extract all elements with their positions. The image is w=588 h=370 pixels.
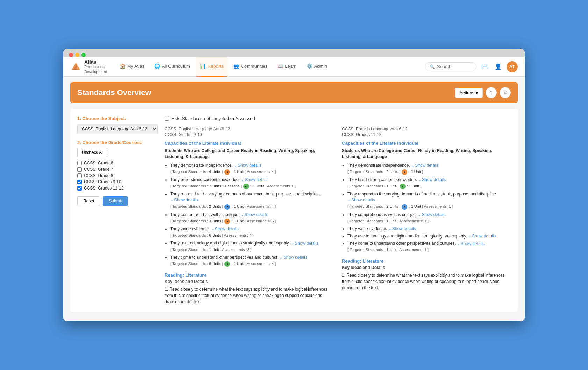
user-icon-btn[interactable]: 👤	[493, 62, 503, 72]
tag-blue-icon: ●	[224, 204, 230, 210]
nav-item-learn[interactable]: 📖 Learn	[273, 57, 301, 77]
col2-standards: CCSS: English Language Arts 6-12	[342, 127, 511, 131]
targeted-info: [ Targeted Standards : 1 Unit | ● : 1 Un…	[347, 184, 511, 189]
checkbox-grade-9-10[interactable]: CCSS: Grades 9-10	[77, 179, 158, 184]
list-item: They come to understand other perspectiv…	[347, 241, 511, 252]
col1-section-title[interactable]: Capacities of the Literate Individual	[165, 141, 334, 146]
sidebar-section-title-grades: 2. Choose the Grade/Courses:	[77, 140, 158, 145]
show-details-link[interactable]: Show details	[418, 212, 445, 218]
checkbox-grade-7[interactable]: CCSS: Grade 7	[77, 167, 158, 172]
actions-button[interactable]: Actions ▾	[455, 88, 483, 98]
show-details-link[interactable]: Show details	[411, 163, 439, 169]
show-details-link[interactable]: Show details	[280, 255, 307, 261]
logo-brand: Atlas	[84, 59, 107, 65]
logo-area: Atlas Professional Development	[70, 59, 107, 74]
show-details-link[interactable]: Show details	[241, 177, 268, 183]
close-button[interactable]: ✕	[500, 87, 511, 98]
show-details-link[interactable]: Show details	[211, 226, 239, 232]
col1-standards-list: They demonstrate independence. Show deta…	[165, 163, 334, 267]
list-item: They value evidence. Show details [ Targ…	[170, 226, 334, 238]
targeted-info: [ Targeted Standards : 3 Units | ● : 1 U…	[170, 219, 334, 224]
list-item: They come to understand other perspectiv…	[170, 255, 334, 267]
targeted-info: [ Targeted Standards : 2 Units | ● : 1 U…	[347, 204, 511, 209]
reset-button[interactable]: Reset	[77, 196, 100, 206]
checkbox-grade-8[interactable]: CCSS: Grade 8	[77, 173, 158, 178]
subject-select[interactable]: CCSS: English Language Arts 6-12	[77, 124, 158, 134]
col1-reading-text: 1. Read closely to determine what the te…	[165, 286, 334, 305]
nav-item-admin[interactable]: ⚙️ Admin	[302, 57, 331, 77]
col1-reading-title[interactable]: Reading: Literature	[165, 272, 334, 278]
content-area: Hide Standards not Targeted or Assessed …	[165, 116, 511, 305]
learn-icon: 📖	[277, 63, 283, 69]
tag-green-icon: ●	[224, 261, 230, 267]
traffic-light-green[interactable]	[81, 53, 86, 57]
traffic-light-red[interactable]	[69, 53, 73, 57]
checkbox-grade-11-12-input[interactable]	[77, 186, 82, 191]
reports-icon: 📊	[200, 63, 206, 69]
list-item: They respond to the varying demands of a…	[170, 191, 334, 209]
targeted-info: [ Targeted Standards : 1 Unit | Assessme…	[347, 247, 511, 252]
nav-right: 🔍 ✉️ 👤 AT	[425, 61, 518, 72]
checkbox-grade-6[interactable]: CCSS: Grade 6	[77, 161, 158, 165]
logo-subtitle: Professional Development	[84, 65, 107, 74]
show-details-link[interactable]: Show details	[347, 197, 375, 203]
checkbox-grade-7-input[interactable]	[77, 167, 82, 172]
navbar: Atlas Professional Development 🏠 My Atla…	[63, 57, 525, 77]
tag-orange-icon: ●	[224, 169, 230, 175]
checkbox-list: CCSS: Grade 6 CCSS: Grade 7 CCSS: Grade …	[77, 161, 158, 191]
nav-item-all-curriculum[interactable]: 🌐 All Curriculum	[150, 57, 194, 77]
show-details-link[interactable]: Show details	[241, 212, 268, 218]
checkbox-grade-11-12[interactable]: CCSS: Grades 11-12	[77, 186, 158, 191]
col2-section-title[interactable]: Capacities of the Literate Individual	[342, 141, 511, 146]
sidebar-buttons: Reset Submit	[77, 196, 158, 206]
col1-reading-subtitle: Key Ideas and Details	[165, 279, 334, 284]
home-icon: 🏠	[120, 63, 126, 69]
hide-standards-checkbox[interactable]	[165, 116, 169, 121]
show-details-link[interactable]: Show details	[468, 233, 496, 239]
help-button[interactable]: ?	[486, 87, 497, 98]
page-title: Standards Overview	[77, 88, 151, 97]
admin-icon: ⚙️	[307, 63, 313, 69]
checkbox-grade-6-input[interactable]	[77, 161, 82, 165]
list-item: They build strong content knowledge. Sho…	[170, 177, 334, 189]
search-input[interactable]	[437, 64, 472, 69]
col2-reading-text: 1. Read closely to determine what the te…	[342, 272, 511, 291]
column-2: CCSS: English Language Arts 6-12 CCSS: G…	[342, 127, 511, 305]
avatar[interactable]: AT	[507, 61, 518, 72]
atlas-logo-icon	[70, 61, 81, 72]
targeted-info: [ Targeted Standards : 1 Unit | Assessme…	[170, 247, 334, 252]
show-details-link[interactable]: Show details	[234, 163, 261, 169]
hide-standards-label: Hide Standards not Targeted or Assessed	[171, 116, 255, 121]
checkbox-grade-8-input[interactable]	[77, 173, 82, 178]
search-box[interactable]: 🔍	[425, 62, 476, 71]
targeted-info: [ Targeted Standards : 7 Units 2 Lessons…	[170, 184, 334, 189]
traffic-light-yellow[interactable]	[75, 53, 79, 57]
page-header: Standards Overview Actions ▾ ? ✕	[70, 82, 518, 103]
uncheck-all-button[interactable]: Uncheck All	[77, 148, 108, 157]
col2-section-subtitle: Students Who are College and Career Read…	[342, 148, 511, 160]
show-details-link[interactable]: Show details	[457, 241, 485, 247]
actions-chevron-icon: ▾	[476, 90, 478, 95]
logo-text-area: Atlas Professional Development	[84, 59, 107, 74]
show-details-link[interactable]: Show details	[291, 241, 318, 247]
list-item: They demonstrate independence. Show deta…	[170, 163, 334, 175]
mail-icon-btn[interactable]: ✉️	[480, 62, 490, 72]
traffic-lights	[69, 53, 86, 57]
list-item: They demonstrate independence. Show deta…	[347, 163, 511, 175]
sidebar-section-grades: 2. Choose the Grade/Courses: Uncheck All…	[77, 140, 158, 191]
search-icon: 🔍	[430, 64, 435, 69]
browser-content: Atlas Professional Development 🏠 My Atla…	[63, 57, 525, 321]
show-details-link[interactable]: Show details	[170, 197, 198, 203]
col1-grades: CCSS: Grades 9-10	[165, 132, 334, 137]
sidebar: 1. Choose the Subject: CCSS: English Lan…	[77, 116, 158, 305]
list-item: They comprehend as well as critique. Sho…	[170, 212, 334, 224]
checkbox-grade-9-10-input[interactable]	[77, 180, 82, 184]
col2-reading-title[interactable]: Reading: Literature	[342, 258, 511, 264]
nav-item-my-atlas[interactable]: 🏠 My Atlas	[115, 57, 149, 77]
show-details-link[interactable]: Show details	[388, 226, 416, 232]
nav-item-communities[interactable]: 👥 Communities	[229, 57, 272, 77]
globe-icon: 🌐	[154, 63, 160, 69]
nav-item-reports[interactable]: 📊 Reports	[196, 57, 228, 77]
show-details-link[interactable]: Show details	[418, 177, 446, 183]
submit-button[interactable]: Submit	[103, 196, 128, 206]
